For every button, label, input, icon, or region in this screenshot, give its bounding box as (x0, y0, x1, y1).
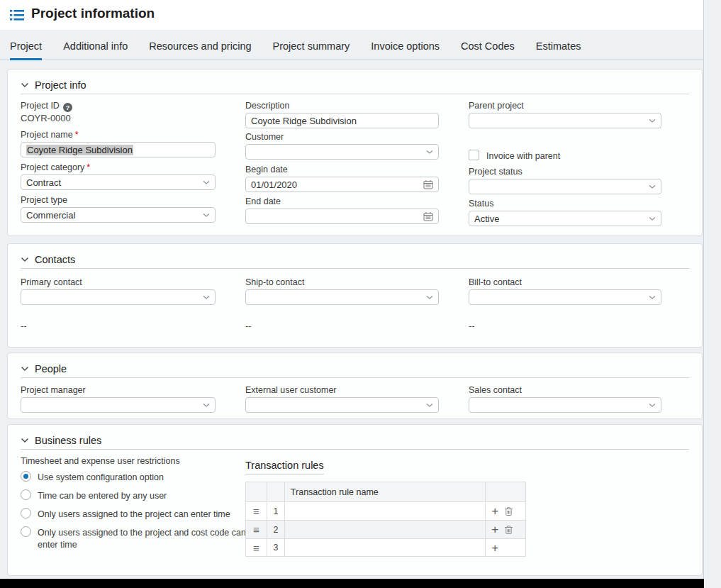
timesheet-restrictions-group: Timesheet and expense user restrictions … (21, 456, 251, 556)
radio-button[interactable] (21, 508, 31, 518)
radio-option-system-config[interactable]: Use system configuration option (21, 471, 251, 484)
section-title: Project info (35, 79, 86, 91)
header-name-cell: Transaction rule name (285, 482, 486, 501)
drag-handle-icon[interactable]: ≡ (246, 502, 267, 520)
external-user-customer-label: External user customer (245, 385, 337, 395)
add-row-icon[interactable]: + (491, 523, 498, 536)
header-drag-cell (246, 482, 267, 501)
project-type-label: Project type (21, 195, 67, 205)
project-type-select[interactable]: Commercial (21, 207, 216, 223)
parent-project-select[interactable] (469, 113, 661, 128)
tab-cost-codes[interactable]: Cost Codes (461, 40, 515, 59)
radio-button[interactable] (21, 489, 31, 500)
status-label: Status (469, 199, 493, 209)
primary-contact-detail: -- (21, 321, 27, 331)
end-date-input[interactable] (245, 209, 439, 224)
chevron-down-icon (649, 184, 656, 189)
project-manager-select[interactable] (21, 397, 216, 413)
tab-project[interactable]: Project (10, 40, 42, 59)
tab-project-summary[interactable]: Project summary (273, 40, 350, 59)
tab-additional-info[interactable]: Additional info (63, 40, 128, 59)
primary-contact-label: Primary contact (21, 277, 82, 287)
transaction-rule-name-cell[interactable] (285, 502, 486, 520)
project-name-input[interactable]: Coyote Ridge Subdivision (21, 142, 216, 157)
transaction-rules-title: Transaction rules (245, 460, 324, 475)
bill-to-contact-label: Bill-to contact (469, 277, 522, 287)
required-asterisk: * (86, 162, 90, 172)
radio-option-any-user[interactable]: Time can be entered by any user (21, 489, 251, 502)
chevron-down-icon (21, 257, 29, 262)
drag-handle-icon[interactable]: ≡ (246, 521, 267, 538)
radio-button[interactable] (21, 526, 31, 537)
radio-option-project-and-cost-code-users[interactable]: Only users assigned to the project and c… (21, 526, 251, 551)
customer-label: Customer (245, 132, 284, 142)
ship-to-contact-select[interactable] (245, 289, 439, 305)
section-title: People (35, 363, 67, 375)
primary-contact-select[interactable] (21, 289, 216, 305)
bill-to-contact-select[interactable] (469, 289, 661, 305)
row-actions-cell: + (486, 539, 526, 556)
chevron-down-icon (426, 150, 433, 155)
description-label: Description (245, 101, 290, 111)
drag-handle-icon[interactable]: ≡ (246, 539, 267, 556)
sales-contact-label: Sales contact (469, 385, 522, 395)
invoice-with-parent-label: Invoice with parent (486, 151, 560, 161)
section-people: People Project manager External user cus… (7, 353, 703, 419)
delete-row-icon[interactable] (504, 506, 513, 516)
tabs-row: Project Additional info Resources and pr… (0, 30, 703, 60)
transaction-rule-name-cell[interactable] (285, 521, 486, 538)
chevron-down-icon (203, 180, 210, 185)
people-header[interactable]: People (21, 360, 689, 378)
begin-date-label: Begin date (245, 165, 288, 174)
status-select[interactable]: Active (469, 211, 661, 226)
row-actions-cell: + (486, 521, 526, 538)
timesheet-restrictions-label: Timesheet and expense user restrictions (21, 456, 251, 466)
bill-to-contact-detail: -- (469, 321, 475, 331)
description-input[interactable] (245, 113, 439, 128)
end-date-label: End date (245, 196, 281, 206)
add-row-icon[interactable]: + (491, 542, 498, 554)
project-info-header[interactable]: Project info (21, 77, 689, 94)
section-contacts: Contacts Primary contact -- Ship-to cont… (7, 243, 703, 348)
business-rules-header[interactable]: Business rules (21, 432, 689, 450)
calendar-icon[interactable] (423, 179, 433, 189)
table-row: ≡ 3 + (245, 538, 526, 557)
required-asterisk: * (75, 130, 79, 140)
tab-bar: Project Additional info Resources and pr… (0, 30, 703, 63)
tab-estimates[interactable]: Estimates (536, 40, 581, 59)
transaction-rule-name-cell[interactable] (285, 539, 486, 556)
transaction-rules-table: Transaction rule name ≡ 1 + ≡ 2 (245, 482, 526, 557)
begin-date-input[interactable] (245, 177, 439, 192)
tab-invoice-options[interactable]: Invoice options (371, 40, 440, 59)
project-id-label: Project ID? (21, 101, 72, 112)
table-header-row: Transaction rule name (245, 482, 526, 501)
sales-contact-select[interactable] (469, 397, 661, 413)
calendar-icon[interactable] (423, 211, 433, 221)
right-gutter (703, 0, 721, 588)
row-number: 3 (267, 539, 285, 556)
chevron-down-icon (649, 295, 656, 300)
project-category-select[interactable]: Contract (21, 174, 216, 190)
page-title: Project information (31, 6, 155, 21)
tab-resources-and-pricing[interactable]: Resources and pricing (149, 40, 251, 59)
header-actions-cell (486, 482, 526, 501)
invoice-with-parent-checkbox[interactable] (469, 150, 479, 160)
list-menu-icon[interactable] (10, 9, 24, 21)
chevron-down-icon (203, 295, 210, 300)
chevron-down-icon (203, 213, 210, 218)
delete-row-icon[interactable] (504, 525, 513, 535)
add-row-icon[interactable]: + (491, 505, 498, 517)
row-actions-cell: + (486, 502, 526, 520)
project-status-select[interactable] (469, 179, 661, 194)
top-bar: Project information (0, 0, 703, 30)
chevron-down-icon (426, 403, 433, 408)
ship-to-contact-detail: -- (245, 321, 252, 331)
customer-select[interactable] (245, 144, 439, 160)
table-row: ≡ 1 + (245, 501, 526, 520)
external-user-customer-select[interactable] (245, 397, 439, 413)
contacts-header[interactable]: Contacts (21, 251, 689, 269)
project-manager-label: Project manager (21, 385, 86, 395)
help-icon[interactable]: ? (63, 103, 72, 112)
radio-option-project-users[interactable]: Only users assigned to the project can e… (21, 508, 251, 521)
radio-button[interactable] (21, 471, 31, 482)
